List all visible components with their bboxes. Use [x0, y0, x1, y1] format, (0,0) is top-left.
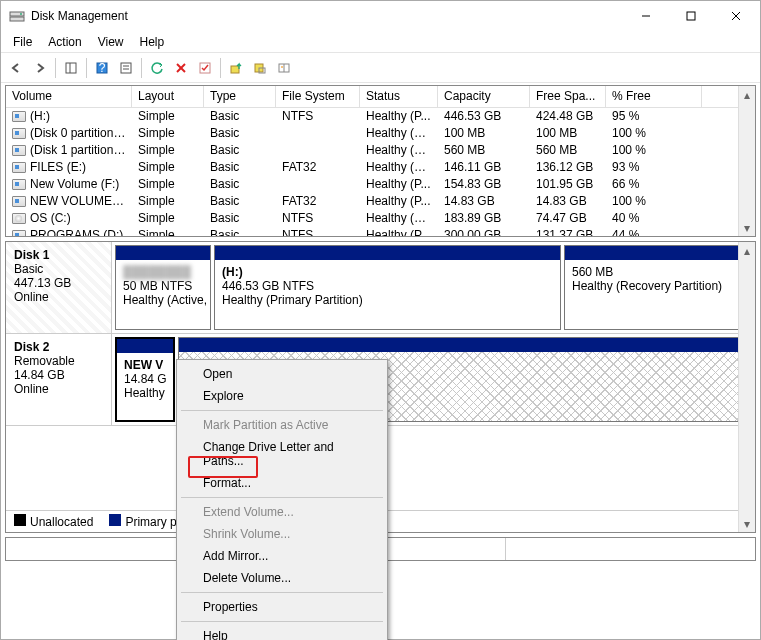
table-row[interactable]: OS (C:)SimpleBasicNTFSHealthy (B...183.8…	[6, 210, 755, 227]
col-freespace[interactable]: Free Spa...	[530, 86, 606, 107]
disk-type: Basic	[14, 262, 103, 276]
volume-icon	[12, 162, 26, 173]
partition-bar	[179, 338, 751, 352]
partition-bar	[215, 246, 560, 260]
table-row[interactable]: FILES (E:)SimpleBasicFAT32Healthy (A...1…	[6, 159, 755, 176]
maximize-button[interactable]	[668, 2, 713, 30]
graphical-scrollbar[interactable]: ▴ ▾	[738, 242, 755, 532]
close-button[interactable]	[713, 2, 758, 30]
svg-rect-1	[10, 17, 24, 21]
cell-layout: Simple	[132, 142, 204, 159]
ctx-delete[interactable]: Delete Volume...	[179, 567, 385, 589]
cell-name: PROGRAMS (D:)	[6, 227, 132, 237]
partition-line2: Healthy (Recovery Partition)	[572, 279, 744, 293]
disk-name: Disk 2	[14, 340, 103, 354]
menu-file[interactable]: File	[5, 32, 40, 52]
cell-status: Healthy (E...	[360, 125, 438, 142]
legend-swatch-blue	[109, 514, 121, 526]
table-row[interactable]: NEW VOLUME (I:)SimpleBasicFAT32Healthy (…	[6, 193, 755, 210]
col-pctfree[interactable]: % Free	[606, 86, 702, 107]
cell-free: 74.47 GB	[530, 210, 606, 227]
cell-capacity: 560 MB	[438, 142, 530, 159]
menubar: File Action View Help	[1, 31, 760, 53]
minimize-button[interactable]	[623, 2, 668, 30]
volume-icon	[12, 111, 26, 122]
menu-action[interactable]: Action	[40, 32, 89, 52]
cell-capacity: 300.00 GB	[438, 227, 530, 237]
partition-line2: Healthy (Active,	[123, 293, 203, 307]
volume-icon	[12, 230, 26, 237]
partition-line1: 14.84 G	[124, 372, 166, 386]
scroll-up-icon[interactable]: ▴	[739, 242, 755, 259]
app-icon	[9, 8, 25, 24]
cell-fs	[276, 142, 360, 159]
ctx-explore[interactable]: Explore	[179, 385, 385, 407]
scroll-down-icon[interactable]: ▾	[739, 219, 755, 236]
delete-button[interactable]	[170, 57, 192, 79]
show-hide-tree-button[interactable]	[60, 57, 82, 79]
table-row[interactable]: New Volume (F:)SimpleBasicHealthy (P...1…	[6, 176, 755, 193]
cell-type: Basic	[204, 176, 276, 193]
col-filesystem[interactable]: File System	[276, 86, 360, 107]
check-button[interactable]	[194, 57, 216, 79]
cell-layout: Simple	[132, 227, 204, 237]
col-volume[interactable]: Volume	[6, 86, 132, 107]
cell-free: 136.12 GB	[530, 159, 606, 176]
ctx-change-letter[interactable]: Change Drive Letter and Paths...	[179, 436, 385, 472]
partition-d1-2[interactable]: 560 MB Healthy (Recovery Partition)	[564, 245, 752, 330]
table-row[interactable]: (Disk 1 partition 3)SimpleBasicHealthy (…	[6, 142, 755, 159]
partition-line2: Healthy	[124, 386, 166, 400]
disk-size: 14.84 GB	[14, 368, 103, 382]
vertical-scrollbar[interactable]: ▴ ▾	[738, 86, 755, 236]
cell-free: 100 MB	[530, 125, 606, 142]
partition-line2: Healthy (Primary Partition)	[222, 293, 553, 307]
cell-layout: Simple	[132, 176, 204, 193]
ctx-open[interactable]: Open	[179, 363, 385, 385]
partition-name: (H:)	[222, 265, 553, 279]
disk-1-row: Disk 1 Basic 447.13 GB Online ████████ 5…	[6, 242, 755, 334]
partition-bar	[117, 339, 173, 353]
cell-pct: 66 %	[606, 176, 702, 193]
ctx-format[interactable]: Format...	[179, 472, 385, 494]
table-row[interactable]: PROGRAMS (D:)SimpleBasicNTFSHealthy (P..…	[6, 227, 755, 237]
partition-d1-1[interactable]: (H:) 446.53 GB NTFS Healthy (Primary Par…	[214, 245, 561, 330]
disk-type: Removable	[14, 354, 103, 368]
volume-icon	[12, 145, 26, 156]
table-row[interactable]: (Disk 0 partition 1)SimpleBasicHealthy (…	[6, 125, 755, 142]
partition-name: NEW V	[124, 358, 166, 372]
icon-button-1[interactable]	[225, 57, 247, 79]
disk-1-header[interactable]: Disk 1 Basic 447.13 GB Online	[6, 242, 112, 333]
partition-d2-0-selected[interactable]: NEW V 14.84 G Healthy	[115, 337, 175, 422]
menu-help[interactable]: Help	[132, 32, 173, 52]
col-type[interactable]: Type	[204, 86, 276, 107]
actions-button[interactable]	[115, 57, 137, 79]
icon-button-3[interactable]	[273, 57, 295, 79]
table-row[interactable]: (H:)SimpleBasicNTFSHealthy (P...446.53 G…	[6, 108, 755, 125]
cell-fs	[276, 176, 360, 193]
col-capacity[interactable]: Capacity	[438, 86, 530, 107]
back-button[interactable]	[5, 57, 27, 79]
cell-pct: 93 %	[606, 159, 702, 176]
icon-button-2[interactable]	[249, 57, 271, 79]
cell-name: (Disk 0 partition 1)	[6, 125, 132, 142]
cell-type: Basic	[204, 108, 276, 125]
cell-fs: NTFS	[276, 227, 360, 237]
ctx-add-mirror[interactable]: Add Mirror...	[179, 545, 385, 567]
scroll-up-icon[interactable]: ▴	[739, 86, 755, 103]
cell-free: 560 MB	[530, 142, 606, 159]
cell-fs: NTFS	[276, 108, 360, 125]
col-status[interactable]: Status	[360, 86, 438, 107]
forward-button[interactable]	[29, 57, 51, 79]
help-button[interactable]: ?	[91, 57, 113, 79]
col-layout[interactable]: Layout	[132, 86, 204, 107]
cell-type: Basic	[204, 227, 276, 237]
partition-line1: 446.53 GB NTFS	[222, 279, 553, 293]
ctx-properties[interactable]: Properties	[179, 596, 385, 618]
ctx-help[interactable]: Help	[179, 625, 385, 640]
disk-2-header[interactable]: Disk 2 Removable 14.84 GB Online	[6, 334, 112, 425]
cell-layout: Simple	[132, 193, 204, 210]
scroll-down-icon[interactable]: ▾	[739, 515, 755, 532]
partition-d1-0[interactable]: ████████ 50 MB NTFS Healthy (Active,	[115, 245, 211, 330]
refresh-button[interactable]	[146, 57, 168, 79]
menu-view[interactable]: View	[90, 32, 132, 52]
